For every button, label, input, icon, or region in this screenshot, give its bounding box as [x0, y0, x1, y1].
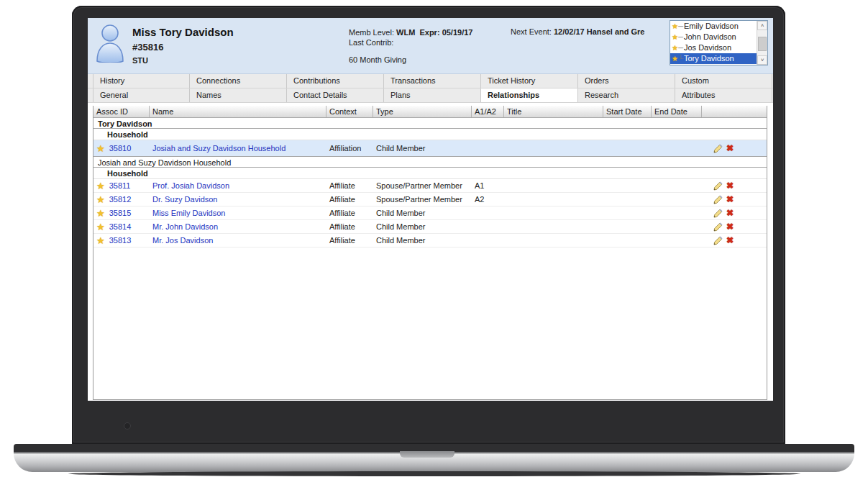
tab-contributions[interactable]: Contributions — [287, 74, 384, 88]
type-cell: Child Member — [373, 144, 472, 153]
table-row[interactable]: ★ 35812 Dr. Suzy Davidson Affiliate Spou… — [93, 193, 767, 206]
col-end-date[interactable]: End Date — [652, 106, 702, 117]
context-cell: Affiliate — [326, 209, 373, 217]
context-cell: Affiliate — [326, 236, 373, 245]
col-actions — [702, 106, 767, 117]
table-row[interactable]: ★ 35810 Josiah and Suzy Davidson Househo… — [93, 140, 767, 157]
assoc-name-link[interactable]: Mr. Jos Davidson — [152, 236, 213, 245]
delete-x-icon[interactable]: ✖ — [726, 181, 734, 190]
context-cell: Affiliate — [326, 195, 373, 204]
laptop-base — [14, 444, 854, 472]
scroll-down-icon[interactable]: ˅ — [757, 55, 767, 65]
star-icon: ★ — [96, 209, 105, 218]
scroll-up-icon[interactable]: ˄ — [757, 21, 767, 30]
assoc-id-link[interactable]: 35814 — [109, 222, 132, 231]
next-event-value: 12/02/17 Hansel and Gre — [554, 27, 645, 36]
assoc-id-link[interactable]: 35812 — [109, 195, 132, 204]
edit-pencil-icon[interactable] — [713, 144, 723, 153]
member-header: Miss Tory Davidson #35816 STU Memb Level… — [88, 18, 773, 74]
tab-transactions[interactable]: Transactions — [384, 74, 481, 88]
col-title[interactable]: Title — [504, 106, 603, 117]
star-icon: ★ — [96, 181, 105, 191]
a1a2-cell: A2 — [472, 195, 504, 204]
type-cell: Child Member — [373, 222, 472, 231]
family-list-item-selected[interactable]: ★ └ Tory Davidson — [670, 53, 757, 64]
expr-label: Expr: — [419, 28, 439, 37]
tab-row-1: History Connections Contributions Transa… — [88, 74, 773, 88]
col-assoc-id[interactable]: Assoc ID — [93, 106, 150, 117]
delete-x-icon[interactable]: ✖ — [726, 209, 734, 217]
scrollbar-thumb[interactable] — [758, 37, 767, 51]
assoc-name-link[interactable]: Josiah and Suzy Davidson Household — [152, 144, 285, 153]
tab-history[interactable]: History — [93, 74, 190, 88]
col-type[interactable]: Type — [373, 106, 472, 117]
type-cell: Child Member — [373, 209, 472, 217]
edit-pencil-icon[interactable] — [713, 195, 723, 204]
context-cell: Affiliate — [326, 222, 373, 231]
table-row[interactable]: ★ 35811 Prof. Josiah Davidson Affiliate … — [93, 179, 767, 193]
assoc-name-link[interactable]: Mr. John Davidson — [152, 222, 218, 231]
assoc-name-link[interactable]: Miss Emily Davidson — [152, 209, 225, 217]
family-member-name: Emily Davidson — [684, 21, 739, 32]
type-cell: Spouse/Partner Member — [373, 181, 472, 190]
last-contrib-line: Last Contrib: — [349, 37, 472, 47]
delete-x-icon[interactable]: ✖ — [726, 195, 734, 204]
type-cell: Child Member — [373, 236, 472, 245]
tab-connections[interactable]: Connections — [190, 74, 287, 88]
listbox-scrollbar[interactable]: ˄ ˅ — [757, 21, 767, 65]
expr-value: 05/19/17 — [442, 28, 473, 37]
family-list-item[interactable]: ★ ─ Jos Davidson — [670, 42, 757, 53]
group-row-josiah-suzy-household: Josiah and Suzy Davidson Household — [93, 156, 767, 168]
assoc-id-link[interactable]: 35811 — [109, 181, 131, 190]
family-listbox[interactable]: ★ ─ Emily Davidson ★ ─ John Davidson ★ ─… — [670, 20, 768, 65]
subgroup-row-household: Household — [93, 129, 767, 140]
group-row-tory-davidson: Tory Davidson — [93, 117, 767, 129]
star-icon: ★ — [672, 21, 678, 32]
tab-plans[interactable]: Plans — [384, 88, 481, 102]
table-row[interactable]: ★ 35815 Miss Emily Davidson Affiliate Ch… — [93, 206, 767, 220]
family-list-item[interactable]: ★ ─ Emily Davidson — [670, 21, 757, 32]
tab-research[interactable]: Research — [578, 88, 675, 102]
tab-ticket-history[interactable]: Ticket History — [481, 74, 578, 88]
app-window: Miss Tory Davidson #35816 STU Memb Level… — [88, 18, 773, 401]
memb-level-value: WLM — [396, 28, 415, 37]
tab-attributes[interactable]: Attributes — [675, 88, 772, 102]
assoc-id-link[interactable]: 35810 — [109, 144, 132, 153]
col-context[interactable]: Context — [326, 106, 373, 117]
star-icon: ★ — [96, 236, 105, 245]
assoc-id-link[interactable]: 35813 — [109, 236, 132, 245]
assoc-name-link[interactable]: Dr. Suzy Davidson — [152, 195, 217, 204]
col-start-date[interactable]: Start Date — [603, 106, 652, 117]
assoc-name-link[interactable]: Prof. Josiah Davidson — [152, 181, 229, 190]
table-row[interactable]: ★ 35813 Mr. Jos Davidson Affiliate Child… — [93, 234, 767, 247]
member-id: #35816 — [132, 42, 234, 53]
tab-row-2: General Names Contact Details Plans Rela… — [88, 88, 773, 103]
star-icon: ★ — [672, 32, 678, 42]
tab-custom[interactable]: Custom — [675, 74, 772, 88]
delete-x-icon[interactable]: ✖ — [726, 144, 734, 153]
star-icon: ★ — [96, 144, 105, 153]
delete-x-icon[interactable]: ✖ — [726, 222, 734, 231]
col-name[interactable]: Name — [150, 106, 326, 117]
delete-x-icon[interactable]: ✖ — [726, 236, 734, 245]
table-row[interactable]: ★ 35814 Mr. John Davidson Affiliate Chil… — [93, 220, 767, 234]
tab-contact-details[interactable]: Contact Details — [287, 88, 384, 102]
star-icon: ★ — [96, 222, 105, 232]
edit-pencil-icon[interactable] — [713, 236, 723, 245]
family-member-name: John Davidson — [684, 32, 736, 42]
tab-orders[interactable]: Orders — [578, 74, 675, 88]
next-event-line: Next Event: 12/02/17 Hansel and Gre — [511, 27, 645, 36]
edit-pencil-icon[interactable] — [713, 181, 723, 191]
family-member-name: Jos Davidson — [684, 42, 731, 53]
context-cell: Affiliate — [326, 181, 373, 190]
edit-pencil-icon[interactable] — [713, 209, 723, 218]
tab-general[interactable]: General — [93, 88, 190, 102]
col-a1a2[interactable]: A1/A2 — [472, 106, 504, 117]
table-header-row: Assoc ID Name Context Type A1/A2 Title S… — [93, 106, 767, 118]
family-list-item[interactable]: ★ ─ John Davidson — [670, 32, 757, 42]
tab-names[interactable]: Names — [190, 88, 287, 102]
edit-pencil-icon[interactable] — [713, 222, 723, 232]
tab-relationships[interactable]: Relationships — [481, 88, 578, 102]
assoc-id-link[interactable]: 35815 — [109, 209, 132, 217]
laptop-shadow — [68, 471, 800, 476]
